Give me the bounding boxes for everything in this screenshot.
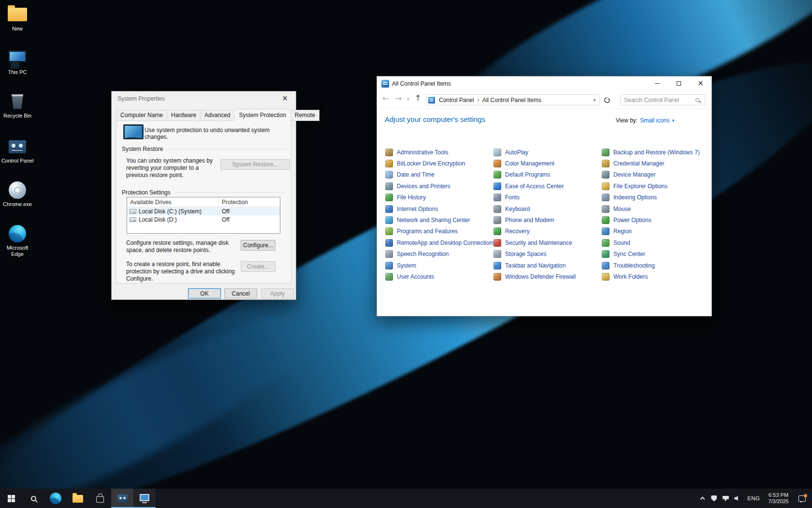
cp-item-date-and-time[interactable]: Date and Time: [385, 169, 493, 180]
cp-item-autoplay[interactable]: AutoPlay: [493, 147, 601, 158]
cp-item-recovery[interactable]: Recovery: [493, 226, 601, 237]
taskbar-search-button[interactable]: [22, 489, 44, 508]
cp-item-speech-recognition[interactable]: Speech Recognition: [385, 249, 493, 260]
configure-button[interactable]: Configure...: [241, 240, 276, 251]
tab-advanced[interactable]: Advanced: [200, 110, 234, 121]
cp-item-label: Ease of Access Center: [505, 183, 564, 190]
view-by-value[interactable]: Small icons: [640, 117, 669, 124]
cp-item-sync-center[interactable]: Sync Center: [602, 249, 709, 260]
forward-button[interactable]: [395, 94, 402, 103]
folder-shape: [8, 8, 27, 21]
cp-item-troubleshooting[interactable]: Troubleshooting: [602, 260, 709, 271]
taskbar-system-properties-app-button[interactable]: [133, 489, 156, 508]
cp-item-ease-of-access-center[interactable]: Ease of Access Center: [493, 180, 601, 192]
desktop-icon-microsoft-edge[interactable]: Microsoft Edge: [1, 224, 34, 257]
cp-item-bitlocker[interactable]: BitLocker Drive Encryption: [385, 158, 493, 169]
cp-item-administrative-tools[interactable]: Administrative Tools: [385, 147, 493, 158]
minimize-icon: [655, 83, 660, 84]
ease-of-access-icon: [493, 182, 501, 190]
breadcrumb-all-control-panel-items[interactable]: All Control Panel Items: [479, 97, 544, 104]
cp-titlebar[interactable]: All Control Panel Items: [377, 76, 711, 91]
cp-item-security-and-maintenance[interactable]: Security and Maintenance: [493, 237, 601, 248]
desktop-icon-chrome-exe[interactable]: Chrome.exe: [1, 180, 34, 208]
close-button[interactable]: [690, 76, 711, 90]
clock[interactable]: 6:53 PM 7/3/2025: [764, 492, 793, 505]
notification-center-button[interactable]: [793, 489, 811, 508]
back-button[interactable]: [382, 94, 389, 103]
apply-button[interactable]: Apply: [261, 288, 294, 299]
desktop-icon-recycle-bin[interactable]: Recycle Bin: [1, 92, 34, 119]
minimize-button[interactable]: [646, 76, 668, 90]
taskbar-file-explorer-button[interactable]: [67, 489, 89, 508]
maximize-button[interactable]: [668, 76, 690, 90]
refresh-button[interactable]: [603, 96, 611, 105]
cp-item-remoteapp[interactable]: RemoteApp and Desktop Connections: [385, 237, 493, 248]
cp-item-windows-defender-firewall[interactable]: Windows Defender Firewall: [493, 271, 601, 282]
close-button[interactable]: [274, 91, 296, 105]
language-indicator[interactable]: ENG: [743, 495, 764, 501]
cp-item-phone-and-modem[interactable]: Phone and Modem: [493, 214, 601, 225]
cp-item-backup-and-restore[interactable]: Backup and Restore (Windows 7): [602, 147, 709, 158]
up-button[interactable]: [415, 94, 421, 102]
taskbar-edge-button[interactable]: [44, 489, 67, 508]
cp-item-color-management[interactable]: Color Management: [493, 158, 601, 169]
cp-item-label: System: [397, 262, 416, 269]
create-button[interactable]: Create...: [241, 261, 276, 272]
tray-volume-button[interactable]: [731, 489, 743, 508]
cp-item-fonts[interactable]: Fonts: [493, 192, 601, 203]
taskbar-store-button[interactable]: [89, 489, 111, 508]
cp-item-storage-spaces[interactable]: Storage Spaces: [493, 249, 601, 260]
protection-settings-list[interactable]: Available Drives Protection Local Disk (…: [127, 197, 280, 234]
search-input[interactable]: [621, 97, 696, 104]
cp-item-label: Sync Center: [613, 251, 645, 257]
address-dropdown-icon[interactable]: [589, 98, 599, 103]
column-available-drives[interactable]: Available Drives: [127, 197, 218, 207]
cp-item-region[interactable]: Region: [602, 226, 709, 237]
search-box[interactable]: [620, 94, 705, 105]
view-by-caret-icon[interactable]: [672, 118, 675, 123]
cp-item-work-folders[interactable]: Work Folders: [602, 271, 709, 282]
cp-item-keyboard[interactable]: Keyboard: [493, 203, 601, 214]
address-bar[interactable]: Control Panel All Control Panel Items: [426, 94, 600, 105]
cp-item-programs-and-features[interactable]: Programs and Features: [385, 226, 493, 237]
cp-item-default-programs[interactable]: Default Programs: [493, 169, 601, 180]
mouse-icon: [602, 205, 609, 213]
cp-item-taskbar-and-navigation[interactable]: Taskbar and Navigation: [493, 260, 601, 271]
cp-item-device-manager[interactable]: Device Manager: [602, 169, 709, 180]
cp-item-file-explorer-options[interactable]: File Explorer Options: [602, 180, 709, 192]
tab-system-protection[interactable]: System Protection: [234, 109, 290, 121]
cp-item-credential-manager[interactable]: Credential Manager: [602, 158, 709, 169]
cp-item-mouse[interactable]: Mouse: [602, 203, 709, 214]
tab-hardware[interactable]: Hardware: [167, 110, 201, 121]
screen: New This PC Recycle Bin Control Panel Ch…: [0, 0, 812, 508]
cp-item-devices-and-printers[interactable]: Devices and Printers: [385, 180, 493, 192]
tab-remote[interactable]: Remote: [290, 110, 319, 121]
drive-row-c[interactable]: Local Disk (C:) (System) Off: [127, 207, 280, 215]
sp-titlebar[interactable]: System Properties: [112, 91, 296, 106]
taskbar-control-panel-app-button[interactable]: [111, 489, 133, 508]
tray-security-button[interactable]: [708, 489, 720, 508]
drive-row-d[interactable]: Local Disk (D:) Off: [127, 215, 280, 224]
cp-item-system[interactable]: System: [385, 260, 493, 271]
ok-button[interactable]: OK: [188, 288, 221, 299]
column-protection[interactable]: Protection: [218, 197, 280, 207]
cancel-button[interactable]: Cancel: [224, 288, 257, 299]
tray-show-hidden-icons-button[interactable]: [696, 489, 708, 508]
system-restore-button[interactable]: System Restore...: [220, 159, 290, 170]
cp-item-file-history[interactable]: File History: [385, 192, 493, 203]
start-button[interactable]: [0, 489, 22, 508]
cp-item-power-options[interactable]: Power Options: [602, 214, 709, 225]
recent-locations-dropdown-icon[interactable]: [407, 97, 409, 102]
cp-item-user-accounts[interactable]: User Accounts: [385, 271, 493, 282]
cp-item-network-and-sharing-center[interactable]: Network and Sharing Center: [385, 214, 493, 225]
cp-item-sound[interactable]: Sound: [602, 237, 709, 248]
control-panel-window-icon: [381, 80, 389, 88]
desktop-icon-control-panel[interactable]: Control Panel: [1, 137, 34, 164]
breadcrumb-control-panel[interactable]: Control Panel: [436, 97, 477, 104]
cp-item-internet-options[interactable]: Internet Options: [385, 203, 493, 214]
desktop-icon-new[interactable]: New: [1, 5, 34, 32]
cp-item-indexing-options[interactable]: Indexing Options: [602, 192, 709, 203]
desktop-icon-this-pc[interactable]: This PC: [1, 48, 34, 75]
tab-computer-name[interactable]: Computer Name: [116, 110, 167, 121]
tray-network-button[interactable]: [720, 489, 731, 508]
